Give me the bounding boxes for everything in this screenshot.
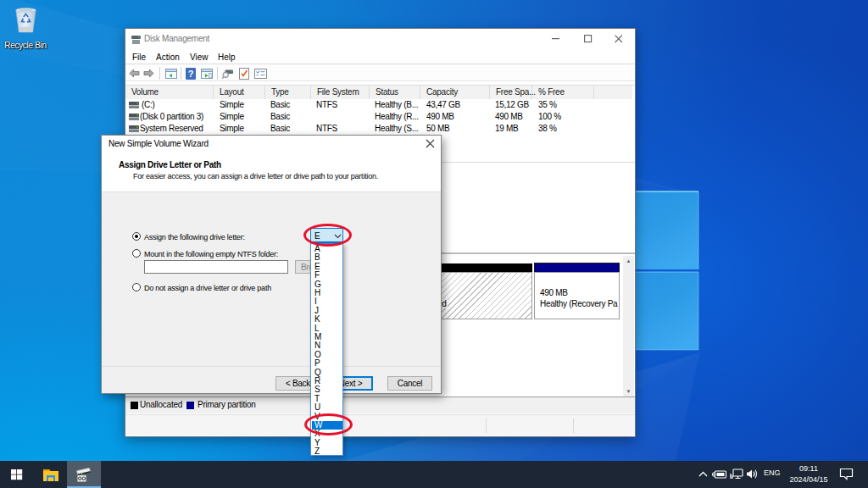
svg-text:?: ? xyxy=(188,69,194,79)
